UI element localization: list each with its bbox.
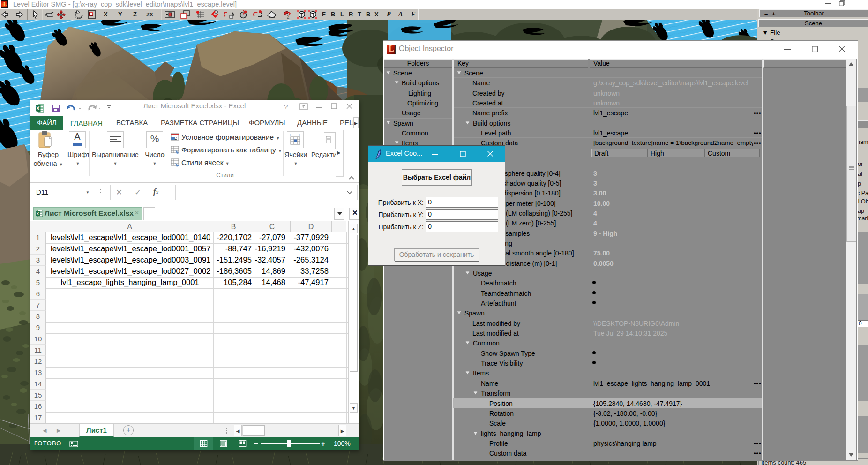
svg-text:2: 2 <box>287 15 290 19</box>
svg-text:≠: ≠ <box>175 136 177 141</box>
svg-text:X: X <box>37 211 39 216</box>
